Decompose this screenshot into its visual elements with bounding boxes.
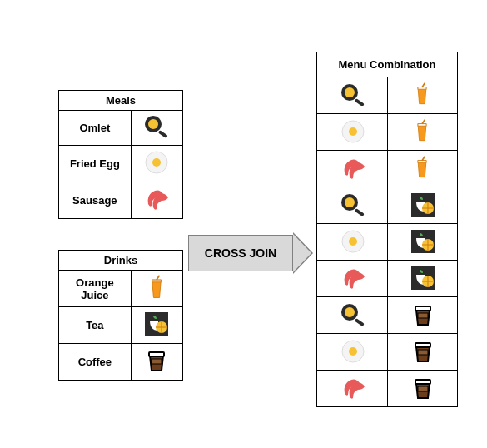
result-meal-cell	[317, 77, 388, 114]
result-meal-cell	[317, 224, 388, 261]
fried-egg-icon	[340, 118, 365, 146]
table-row	[317, 114, 458, 151]
drink-icon-cell	[131, 344, 182, 381]
table-row	[317, 371, 458, 407]
fried-egg-icon	[143, 149, 170, 178]
table-row: Tea	[59, 307, 183, 344]
result-table: Menu Combination	[316, 52, 458, 407]
result-drink-cell	[387, 114, 458, 151]
result-meal-cell	[317, 334, 388, 371]
operator-label: CROSS JOIN	[188, 235, 293, 271]
tea-icon	[410, 265, 435, 292]
result-drink-cell	[387, 297, 458, 334]
meal-name: Sausage	[59, 182, 132, 219]
drink-name: Coffee	[59, 344, 132, 381]
orange-juice-icon	[143, 274, 170, 303]
fried-egg-icon	[340, 338, 365, 366]
meals-table: Meals Omlet Fried Egg Sausage	[58, 90, 183, 219]
table-row: Fried Egg	[59, 146, 183, 182]
table-row: Coffee	[59, 344, 183, 381]
table-row	[317, 261, 458, 297]
drink-icon-cell	[131, 271, 182, 307]
sausage-icon	[340, 265, 365, 292]
omlet-pan-icon	[340, 82, 365, 108]
arrow-head-icon	[293, 234, 311, 272]
result-drink-cell	[387, 187, 458, 224]
result-drink-cell	[387, 151, 458, 187]
result-drink-cell	[387, 77, 458, 114]
orange-juice-icon	[410, 82, 434, 109]
omlet-pan-icon	[340, 192, 365, 218]
sausage-icon	[143, 186, 170, 215]
result-drink-cell	[387, 224, 458, 261]
drinks-header: Drinks	[59, 251, 183, 271]
drink-name: Orange Juice	[59, 271, 132, 307]
tea-icon	[410, 192, 435, 219]
table-row	[317, 77, 458, 114]
meal-icon-cell	[131, 111, 182, 146]
result-drink-cell	[387, 371, 458, 407]
meals-header: Meals	[59, 91, 183, 111]
coffee-icon	[143, 347, 170, 376]
omlet-pan-icon	[143, 114, 170, 142]
drinks-table: Drinks Orange Juice Tea Coffee	[58, 250, 183, 381]
result-meal-cell	[317, 114, 388, 151]
fried-egg-icon	[340, 228, 365, 256]
result-meal-cell	[317, 371, 388, 407]
table-row: Omlet	[59, 111, 183, 146]
result-drink-cell	[387, 334, 458, 371]
meal-name: Omlet	[59, 111, 132, 146]
coffee-icon	[410, 338, 435, 366]
table-row	[317, 151, 458, 187]
coffee-icon	[410, 301, 435, 329]
result-meal-cell	[317, 187, 388, 224]
cross-join-arrow: CROSS JOIN	[188, 235, 315, 271]
orange-juice-icon	[410, 118, 434, 146]
table-row	[317, 187, 458, 224]
coffee-icon	[410, 375, 435, 402]
sausage-icon	[340, 155, 365, 182]
result-meal-cell	[317, 297, 388, 334]
drink-name: Tea	[59, 307, 132, 344]
omlet-pan-icon	[340, 302, 365, 328]
result-drink-cell	[387, 261, 458, 297]
table-row	[317, 297, 458, 334]
result-meal-cell	[317, 151, 388, 187]
table-row	[317, 334, 458, 371]
sausage-icon	[340, 375, 365, 402]
tea-icon	[410, 228, 435, 256]
drink-icon-cell	[131, 307, 182, 344]
result-header: Menu Combination	[317, 52, 458, 77]
meal-name: Fried Egg	[59, 146, 132, 182]
meal-icon-cell	[131, 182, 182, 219]
result-meal-cell	[317, 261, 388, 297]
orange-juice-icon	[410, 155, 434, 182]
meal-icon-cell	[131, 146, 182, 182]
table-row: Orange Juice	[59, 271, 183, 307]
table-row	[317, 224, 458, 261]
tea-icon	[143, 311, 170, 340]
table-row: Sausage	[59, 182, 183, 219]
